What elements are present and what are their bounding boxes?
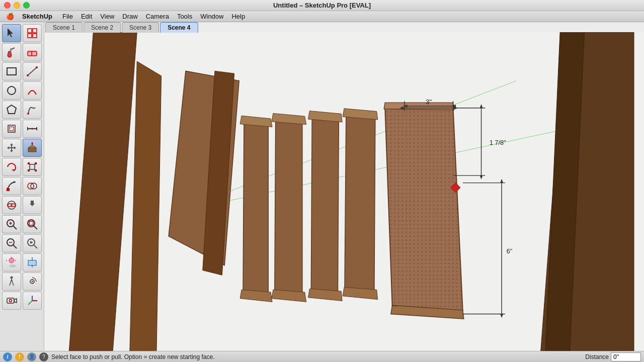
tool-scale[interactable]: [23, 158, 42, 176]
tool-follow-me[interactable]: [2, 177, 21, 195]
tool-paint[interactable]: [2, 43, 21, 61]
svg-line-9: [28, 67, 37, 75]
minimize-button[interactable]: [14, 2, 20, 9]
main-canvas[interactable]: 3" 1 7/8" 6": [44, 32, 644, 351]
menu-help[interactable]: Help: [227, 12, 249, 21]
user-icon[interactable]: 👤: [27, 352, 36, 361]
tool-freehand[interactable]: [23, 101, 42, 119]
scene-tab-2[interactable]: Scene 2: [84, 22, 121, 33]
maximize-button[interactable]: [23, 2, 30, 9]
tool-orbit[interactable]: [2, 196, 21, 214]
scene-tab-3[interactable]: Scene 3: [122, 22, 159, 33]
status-icons: i ! 👤 ?: [3, 352, 48, 361]
svg-point-51: [9, 258, 14, 263]
menu-window[interactable]: Window: [196, 12, 227, 21]
svg-marker-84: [345, 112, 375, 292]
svg-line-47: [13, 245, 17, 248]
scene-tab-1[interactable]: Scene 1: [45, 22, 83, 33]
svg-point-14: [27, 113, 29, 115]
svg-rect-27: [30, 164, 35, 169]
svg-rect-6: [28, 51, 37, 56]
tool-tape-measure[interactable]: [23, 120, 42, 138]
tool-rectangle[interactable]: [2, 62, 21, 80]
svg-marker-13: [7, 105, 16, 114]
svg-point-12: [8, 86, 16, 95]
tool-walk[interactable]: [2, 273, 21, 291]
scene-view: 3" 1 7/8" 6": [44, 32, 644, 351]
svg-rect-0: [28, 29, 32, 33]
tool-offset[interactable]: [2, 120, 21, 138]
tool-push-pull[interactable]: [23, 139, 42, 157]
menu-sketchup[interactable]: SketchUp: [18, 12, 56, 21]
tool-zoom-extents[interactable]: [23, 215, 42, 233]
svg-line-44: [34, 226, 37, 229]
tool-components[interactable]: [23, 24, 42, 42]
tool-circle[interactable]: [2, 81, 21, 100]
svg-point-64: [10, 300, 12, 302]
menu-camera[interactable]: Camera: [142, 12, 173, 21]
tool-rotate[interactable]: [2, 158, 21, 176]
menu-apple[interactable]: 🍎: [2, 12, 18, 21]
tool-shadows[interactable]: [2, 253, 21, 272]
tool-arc[interactable]: [23, 81, 42, 100]
svg-rect-62: [7, 298, 14, 303]
tool-eraser[interactable]: [23, 43, 42, 61]
tool-zoom[interactable]: [2, 215, 21, 233]
tool-zoom-window[interactable]: [2, 234, 21, 252]
svg-rect-45: [29, 221, 33, 225]
warning-icon[interactable]: !: [15, 352, 24, 361]
scene-tab-4[interactable]: Scene 4: [160, 22, 198, 33]
svg-marker-81: [311, 115, 339, 294]
svg-marker-78: [275, 117, 302, 295]
svg-rect-28: [28, 162, 30, 164]
svg-rect-1: [33, 29, 37, 33]
svg-point-61: [31, 281, 33, 283]
tool-intersect[interactable]: [23, 177, 42, 195]
svg-marker-23: [28, 145, 36, 148]
window-title: Untitled – SketchUp Pro [EVAL]: [273, 2, 371, 9]
window-controls[interactable]: [4, 2, 30, 9]
menu-file[interactable]: File: [58, 12, 77, 21]
distance-label: Distance: [585, 353, 609, 360]
menu-edit[interactable]: Edit: [77, 12, 96, 21]
tool-look-around[interactable]: [23, 273, 42, 291]
tool-select[interactable]: [2, 24, 21, 42]
svg-line-50: [34, 245, 37, 248]
svg-line-5: [12, 48, 15, 49]
tool-zoom-prev[interactable]: [23, 234, 42, 252]
svg-rect-29: [35, 162, 37, 164]
status-message: Select face to push or pull. Option = cr…: [51, 353, 585, 360]
help-icon[interactable]: ?: [39, 352, 48, 361]
svg-text:1 7/8": 1 7/8": [490, 139, 506, 146]
svg-rect-4: [10, 48, 12, 52]
svg-line-40: [13, 226, 17, 229]
svg-rect-56: [28, 260, 36, 265]
tool-polygon[interactable]: [2, 101, 21, 119]
svg-rect-8: [7, 68, 16, 75]
svg-marker-89: [385, 108, 463, 312]
tool-position-camera[interactable]: [2, 292, 21, 310]
svg-marker-25: [31, 142, 33, 144]
svg-marker-75: [243, 120, 268, 295]
tool-axes[interactable]: [23, 292, 42, 310]
svg-point-38: [11, 204, 13, 206]
menu-draw[interactable]: Draw: [118, 12, 141, 21]
tool-line[interactable]: [23, 62, 42, 80]
svg-point-10: [27, 74, 29, 76]
tool-section-plane[interactable]: [23, 253, 42, 272]
svg-point-55: [9, 264, 16, 267]
close-button[interactable]: [4, 2, 11, 9]
info-icon[interactable]: i: [3, 352, 12, 361]
svg-line-67: [28, 301, 32, 305]
distance-input[interactable]: [611, 352, 641, 361]
status-bar: i ! 👤 ? Select face to push or pull. Opt…: [0, 351, 644, 362]
svg-rect-22: [28, 148, 36, 152]
menu-bar: 🍎 SketchUp File Edit View Draw Camera To…: [0, 11, 644, 22]
menu-view[interactable]: View: [96, 12, 118, 21]
svg-text:6": 6": [507, 248, 512, 255]
scene-tabs: Scene 1 Scene 2 Scene 3 Scene 4: [45, 22, 199, 33]
menu-tools[interactable]: Tools: [173, 12, 196, 21]
svg-point-11: [36, 66, 38, 68]
tool-pan[interactable]: [23, 196, 42, 214]
tool-move[interactable]: [2, 139, 21, 157]
